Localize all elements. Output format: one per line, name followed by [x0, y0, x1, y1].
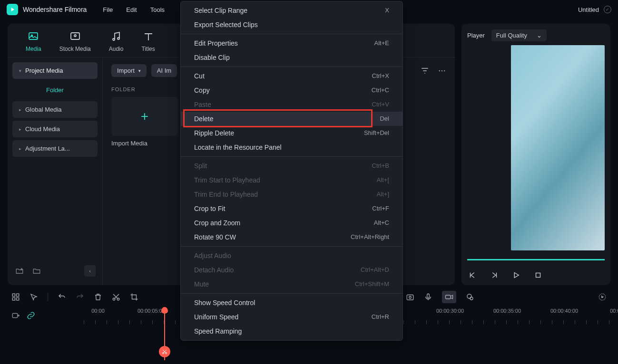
svg-rect-12	[12, 298, 15, 300]
svg-point-6	[439, 70, 440, 71]
next-frame-button[interactable]	[490, 271, 499, 279]
context-menu-item: SplitCtrl+B	[181, 159, 402, 173]
svg-point-17	[409, 297, 412, 299]
context-menu-item[interactable]: DeleteDel	[181, 112, 402, 126]
menu-file[interactable]: File	[103, 6, 113, 13]
svg-rect-2	[71, 33, 79, 39]
context-menu-item: Detach AudioCtrl+Alt+D	[181, 263, 402, 277]
cut-icon[interactable]	[112, 293, 120, 301]
svg-point-8	[444, 70, 445, 71]
svg-rect-11	[17, 294, 19, 296]
import-button[interactable]: Import▾	[111, 64, 147, 77]
collapse-sidebar-icon[interactable]: ‹	[84, 265, 96, 277]
context-menu-item[interactable]: Rotate 90 CWCtrl+Alt+Right	[181, 230, 402, 244]
context-menu-item[interactable]: Show Speed Control	[181, 296, 402, 310]
context-menu-item: PasteCtrl+V	[181, 97, 402, 112]
filter-icon[interactable]	[421, 67, 429, 75]
render-icon[interactable]	[598, 293, 607, 301]
new-folder-icon[interactable]	[14, 266, 25, 276]
play-button[interactable]	[512, 271, 520, 279]
svg-rect-0	[29, 33, 38, 39]
preview-panel: Player Full Quality⌄	[461, 24, 610, 285]
record-icon[interactable]	[442, 291, 456, 303]
playhead-cut-icon[interactable]	[159, 346, 170, 357]
svg-rect-13	[17, 298, 19, 300]
chevron-down-icon: ⌄	[537, 32, 542, 39]
document-title: Untitled	[578, 6, 599, 13]
svg-point-3	[74, 35, 76, 37]
undo-icon[interactable]	[58, 293, 66, 301]
context-menu-item[interactable]: Disable Clip	[181, 50, 402, 65]
context-menu-item[interactable]: CopyCtrl+C	[181, 83, 402, 97]
preview-viewport[interactable]	[511, 45, 605, 250]
context-menu-item[interactable]: Crop to FitCtrl+F	[181, 201, 402, 216]
preview-progress[interactable]	[467, 259, 605, 260]
context-menu-item[interactable]: Uniform SpeedCtrl+R	[181, 310, 402, 324]
tab-stock-media[interactable]: Stock Media	[59, 30, 91, 52]
app-logo	[7, 4, 18, 15]
context-menu-item[interactable]: Crop and ZoomAlt+C	[181, 216, 402, 230]
tab-media[interactable]: Media	[26, 30, 41, 52]
menu-tools[interactable]: Tools	[150, 6, 165, 13]
tab-titles[interactable]: Titles	[141, 30, 155, 52]
chevron-right-icon: ▸	[19, 127, 21, 132]
svg-rect-16	[407, 295, 413, 300]
context-menu-item[interactable]: CutCtrl+X	[181, 69, 402, 83]
sidebar-global-media[interactable]: ▸Global Media	[12, 101, 98, 118]
context-menu-item: Trim Start to PlayheadAlt+[	[181, 173, 402, 187]
voiceover-icon[interactable]	[424, 293, 432, 301]
media-sidebar: ▾Project Media Folder ▸Global Media ▸Clo…	[8, 57, 103, 285]
svg-point-5	[118, 38, 119, 39]
more-icon[interactable]	[438, 67, 446, 75]
context-menu: Select Clip RangeXExport Selected ClipsE…	[180, 1, 403, 341]
svg-point-20	[467, 294, 471, 298]
chevron-down-icon: ▾	[138, 68, 141, 73]
import-media-card[interactable]: +	[111, 97, 178, 136]
text-icon	[142, 30, 155, 43]
grid-icon[interactable]	[11, 293, 20, 301]
svg-rect-19	[446, 295, 451, 299]
cursor-icon[interactable]	[29, 293, 38, 301]
screenshot-icon[interactable]	[406, 293, 414, 301]
sidebar-cloud-media[interactable]: ▸Cloud Media	[12, 121, 98, 137]
sync-status-icon[interactable]: ✓	[604, 6, 611, 13]
context-menu-item[interactable]: Edit PropertiesAlt+E	[181, 36, 402, 50]
add-track-icon[interactable]	[11, 311, 20, 320]
svg-rect-23	[12, 314, 18, 318]
crop-icon[interactable]	[130, 293, 138, 301]
svg-point-4	[113, 38, 115, 40]
tab-audio[interactable]: Audio	[109, 30, 124, 52]
context-menu-item[interactable]: Export Selected Clips	[181, 18, 402, 32]
quality-select[interactable]: Full Quality⌄	[491, 29, 547, 41]
svg-point-7	[441, 70, 442, 71]
folder-icon[interactable]	[31, 266, 42, 276]
redo-icon[interactable]	[76, 293, 84, 301]
menu-edit[interactable]: Edit	[126, 6, 137, 13]
effects-icon[interactable]	[466, 293, 474, 301]
context-menu-item[interactable]: Speed Ramping	[181, 324, 402, 338]
sidebar-project-media[interactable]: ▾Project Media	[12, 62, 98, 79]
prev-frame-button[interactable]	[468, 271, 477, 279]
ai-button[interactable]: AI Im	[151, 64, 177, 77]
delete-icon[interactable]	[94, 293, 102, 301]
context-menu-item[interactable]: Locate in the Resource Panel	[181, 140, 402, 154]
context-menu-item[interactable]: Ripple DeleteShift+Del	[181, 126, 402, 140]
chevron-down-icon: ▾	[19, 68, 21, 73]
image-icon	[27, 30, 39, 43]
chevron-right-icon: ▸	[19, 146, 21, 151]
link-icon[interactable]	[27, 311, 35, 320]
sidebar-adjustment-layer[interactable]: ▸Adjustment La...	[12, 140, 98, 157]
chevron-right-icon: ▸	[19, 107, 21, 112]
context-menu-item: MuteCtrl+Shift+M	[181, 277, 402, 291]
music-note-icon	[110, 30, 122, 43]
context-menu-item: Trim End to PlayheadAlt+]	[181, 187, 402, 201]
svg-rect-18	[427, 294, 430, 298]
stop-button[interactable]	[534, 271, 542, 279]
plus-icon: +	[141, 109, 148, 124]
svg-rect-9	[536, 273, 540, 278]
player-label: Player	[467, 32, 485, 39]
cloud-image-icon	[69, 30, 81, 43]
app-title: Wondershare Filmora	[23, 6, 87, 13]
sidebar-folder[interactable]: Folder	[12, 82, 98, 98]
context-menu-item[interactable]: Select Clip RangeX	[181, 3, 402, 18]
